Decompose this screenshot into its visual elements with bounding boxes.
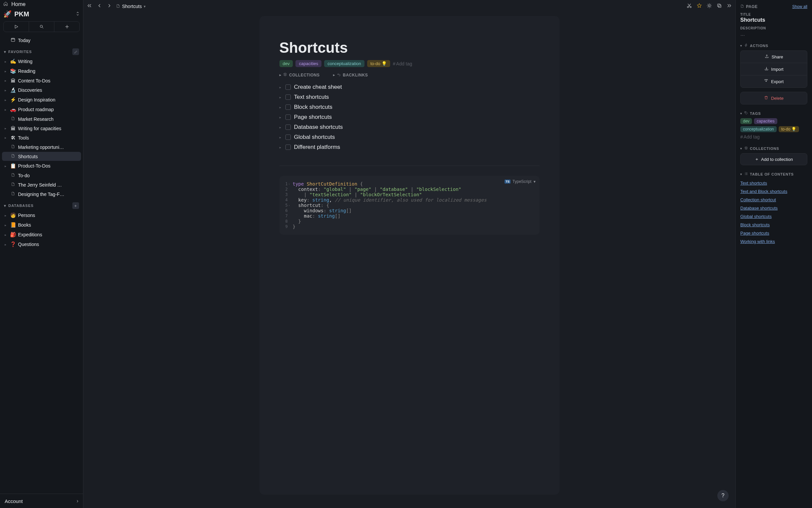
toc-link[interactable]: Collection shortcut: [740, 196, 807, 204]
code-line[interactable]: 5▾ shortcut: {: [285, 203, 533, 208]
checkbox[interactable]: [285, 144, 291, 150]
workspace-switcher[interactable]: 🚀 PKM: [0, 9, 83, 20]
checkbox[interactable]: [285, 104, 291, 110]
cut-icon[interactable]: [686, 3, 692, 10]
tag[interactable]: conceptualization: [740, 126, 777, 132]
toc-link[interactable]: Text and Block shortcuts: [740, 187, 807, 196]
outline-item[interactable]: ▸Global shortcuts: [279, 132, 539, 142]
toc-link[interactable]: Text shortcuts: [740, 179, 807, 187]
panel-description[interactable]: …: [740, 31, 807, 37]
code-line[interactable]: 8 }: [285, 219, 533, 224]
actions-header[interactable]: ▾ ACTIONS: [740, 43, 807, 48]
delete-button[interactable]: Delete: [740, 92, 807, 104]
sidebar-item[interactable]: Shortcuts: [2, 152, 81, 161]
outline-item[interactable]: ▸Page shortcuts: [279, 112, 539, 122]
sidebar-item[interactable]: ▸🛠Tools: [2, 133, 81, 142]
collections-toggle[interactable]: ▸ COLLECTIONS: [279, 73, 320, 77]
checkbox[interactable]: [285, 94, 291, 100]
panel-collections-header[interactable]: ▾ COLLECTIONS: [740, 146, 807, 151]
tag[interactable]: to-do 💡: [779, 126, 799, 132]
toc-link[interactable]: Database shortcuts: [740, 204, 807, 212]
checkbox[interactable]: [285, 115, 291, 120]
play-button[interactable]: [4, 22, 29, 32]
tag[interactable]: to-do 💡: [367, 60, 390, 67]
collapse-sidebar-icon[interactable]: [87, 3, 92, 10]
code-line[interactable]: 4 key: string, // unique identifier, als…: [285, 197, 533, 203]
chevron-down-icon[interactable]: ▾: [144, 4, 146, 9]
search-button[interactable]: [29, 22, 54, 32]
sidebar-item[interactable]: ▸🎒Expeditions: [2, 230, 81, 239]
sidebar-item[interactable]: ▸⚡Design Inspiration: [2, 95, 81, 104]
toc-header[interactable]: ▾ TABLE OF CONTENTS: [740, 172, 807, 176]
code-line[interactable]: 3 | "textSelection" | "blockOrTextSelect…: [285, 192, 533, 197]
toc-link[interactable]: Block shortcuts: [740, 221, 807, 229]
sidebar-item[interactable]: Market Research: [2, 115, 81, 124]
add-tag-input[interactable]: #Add tag: [393, 61, 412, 67]
code-line[interactable]: 6 windows: string[]: [285, 208, 533, 213]
theme-icon[interactable]: [707, 3, 712, 10]
import-button[interactable]: Import: [740, 63, 807, 75]
back-icon[interactable]: [97, 3, 102, 10]
code-line[interactable]: 2 context: "global" | "page" | "database…: [285, 186, 533, 192]
panel-title[interactable]: Shortcuts: [740, 17, 807, 23]
panel-add-tag-input[interactable]: #Add tag: [740, 134, 807, 139]
tag[interactable]: dev: [740, 118, 752, 124]
tag[interactable]: conceptualization: [324, 60, 364, 67]
checkbox[interactable]: [285, 84, 291, 90]
toc-link[interactable]: Working with links: [740, 237, 807, 246]
code-language-selector[interactable]: TS TypeScript ▾: [505, 179, 535, 184]
export-button[interactable]: Export: [740, 75, 807, 88]
code-block[interactable]: TS TypeScript ▾ 1▾type ShortCutDefinitio…: [279, 176, 539, 235]
checkbox[interactable]: [285, 134, 291, 140]
sidebar-item[interactable]: Designing the Tag-F…: [2, 189, 81, 199]
databases-header[interactable]: ▾ DATABASES ＋: [0, 199, 83, 210]
show-all-link[interactable]: Show all: [792, 4, 807, 9]
breadcrumb[interactable]: Shortcuts ▾: [116, 4, 146, 9]
favorites-header[interactable]: ▾ FAVORITES: [0, 45, 83, 56]
code-line[interactable]: 7 mac: string[]: [285, 213, 533, 219]
outline-item[interactable]: ▸Text shortcuts: [279, 92, 539, 102]
tag[interactable]: capacities: [295, 60, 322, 67]
sidebar-item[interactable]: ▸❓Questions: [2, 240, 81, 249]
help-button[interactable]: ?: [717, 490, 729, 501]
forward-icon[interactable]: [107, 3, 112, 10]
expand-panel-icon[interactable]: [727, 3, 732, 10]
star-icon[interactable]: [697, 3, 702, 10]
outline-item[interactable]: ▸Block shortcuts: [279, 102, 539, 112]
sidebar-item[interactable]: ▸📋Product-To-Dos: [2, 161, 81, 171]
sidebar-item[interactable]: ▸✍️Writing: [2, 57, 81, 66]
outline-item[interactable]: ▸Database shortcuts: [279, 122, 539, 132]
home-link[interactable]: Home: [0, 0, 83, 9]
outline-item[interactable]: ▸Create cheat sheet: [279, 82, 539, 92]
code-line[interactable]: 9}: [285, 224, 533, 229]
sidebar-item[interactable]: ▸📙Books: [2, 220, 81, 229]
tag[interactable]: dev: [279, 60, 293, 67]
share-button[interactable]: Share: [740, 50, 807, 63]
sidebar-item[interactable]: To-do: [2, 171, 81, 180]
page-title[interactable]: Shortcuts: [279, 39, 539, 56]
tags-header[interactable]: ▾ TAGS: [740, 111, 807, 116]
sidebar-item[interactable]: ▸📚Reading: [2, 67, 81, 76]
edit-favorites-button[interactable]: [73, 48, 79, 55]
add-to-collection-button[interactable]: ＋ Add to collection: [740, 153, 807, 165]
outline-item[interactable]: ▸Different platforms: [279, 142, 539, 152]
sidebar-item[interactable]: ▸🔬Discoveries: [2, 85, 81, 95]
sidebar-item[interactable]: Marketing opportuni…: [2, 142, 81, 152]
toc-link[interactable]: Global shortcuts: [740, 212, 807, 221]
sidebar-item[interactable]: ▸🏛Writing for capacities: [2, 124, 81, 133]
add-database-button[interactable]: ＋: [73, 202, 79, 209]
toc-link[interactable]: Page shortcuts: [740, 229, 807, 237]
account-link[interactable]: Account ›: [0, 494, 83, 508]
sidebar-item[interactable]: ▸🚗Product roadmap: [2, 105, 81, 114]
checkbox[interactable]: [285, 125, 291, 130]
sidebar-item[interactable]: ▸🏛Content To-Dos: [2, 76, 81, 85]
sidebar-item[interactable]: The Jerry Seinfeld …: [2, 180, 81, 189]
today-link[interactable]: Today: [2, 36, 81, 45]
backlinks-toggle[interactable]: ▸ BACKLINKS: [333, 73, 368, 77]
tag[interactable]: capacities: [754, 118, 777, 124]
add-button[interactable]: [54, 22, 79, 32]
updown-icon[interactable]: [76, 11, 80, 17]
sidebar-item[interactable]: ▸🧑Persons: [2, 211, 81, 220]
copy-icon[interactable]: [717, 3, 722, 10]
code-line[interactable]: 1▾type ShortCutDefinition {: [285, 181, 533, 186]
